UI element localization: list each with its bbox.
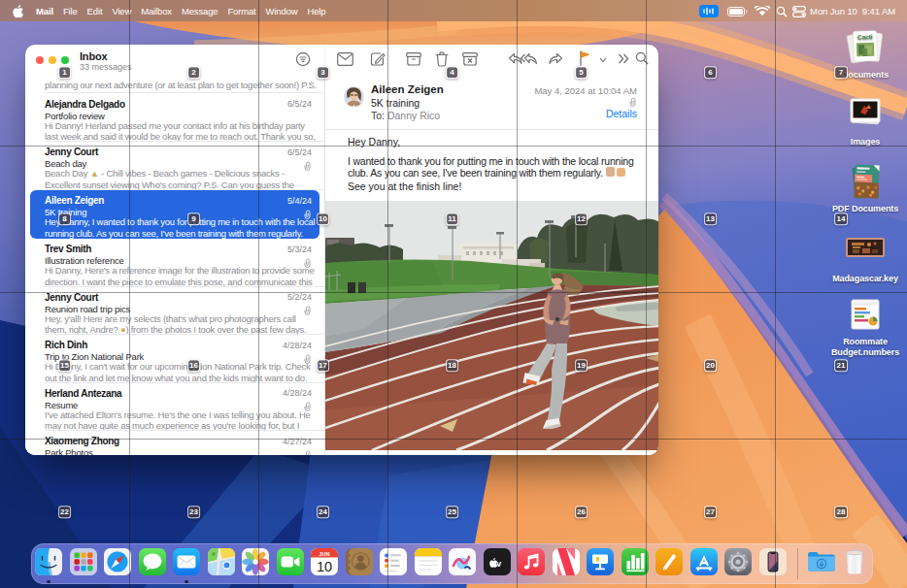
svg-text:10: 10	[317, 559, 332, 574]
svg-text:JUN: JUN	[319, 551, 330, 557]
svg-text:Cacti: Cacti	[857, 33, 873, 41]
